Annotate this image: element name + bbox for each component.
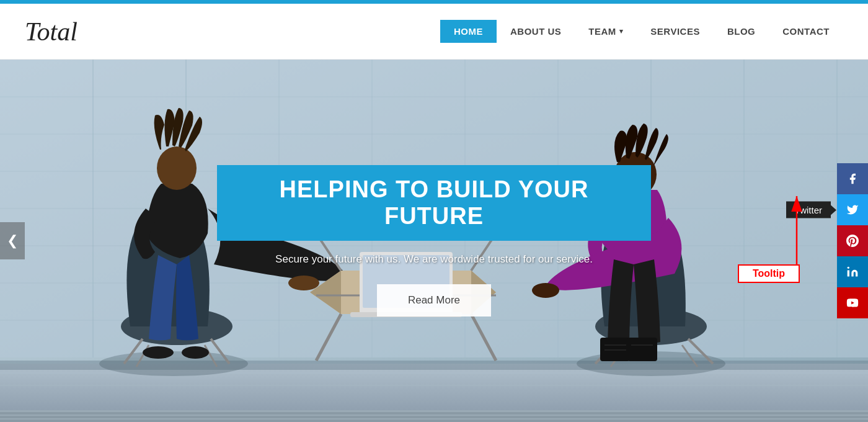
svg-point-30 (143, 346, 174, 359)
linkedin-button[interactable] (837, 256, 868, 287)
annotation-arrow-svg (766, 184, 803, 264)
svg-rect-54 (0, 412, 868, 415)
nav-item-services[interactable]: SERVICES (637, 20, 714, 43)
main-nav: HOME ABOUT US TEAM ▾ SERVICES BLOG CONTA… (440, 20, 843, 43)
nav-item-blog[interactable]: BLOG (714, 20, 769, 43)
tooltip-arrow-icon (831, 205, 836, 215)
youtube-button[interactable] (837, 287, 868, 318)
youtube-icon (846, 297, 859, 309)
hero-subtitle: Secure your future with us. We are wordw… (217, 253, 651, 266)
facebook-icon (846, 173, 859, 185)
hero-title: HELPING TO BUILD YOUR FUTURE (236, 176, 632, 230)
header: Total HOME ABOUT US TEAM ▾ SERVICES BLOG… (0, 4, 868, 60)
svg-rect-56 (0, 420, 868, 422)
svg-point-31 (182, 346, 209, 359)
nav-item-about[interactable]: ABOUT US (497, 20, 575, 43)
pinterest-icon (846, 235, 859, 247)
svg-point-28 (157, 146, 197, 190)
hero-title-box: HELPING TO BUILD YOUR FUTURE (217, 165, 651, 241)
nav-item-home[interactable]: HOME (440, 20, 497, 43)
social-sidebar: Twitter (837, 163, 868, 318)
chevron-down-icon: ▾ (619, 27, 624, 35)
twitter-button[interactable] (837, 194, 868, 225)
hero-content: HELPING TO BUILD YOUR FUTURE Secure your… (217, 165, 651, 316)
twitter-wrapper: Twitter (837, 194, 868, 225)
left-arrow-icon: ❮ (7, 233, 18, 249)
read-more-button[interactable]: Read More (377, 284, 491, 316)
prev-slide-button[interactable]: ❮ (0, 222, 25, 259)
logo[interactable]: Total (25, 17, 78, 47)
tooltip-annotation-box: Tooltip (738, 264, 800, 283)
hero-section: HELPING TO BUILD YOUR FUTURE Secure your… (0, 60, 868, 422)
svg-point-57 (848, 267, 849, 269)
svg-rect-55 (0, 416, 868, 418)
nav-item-team[interactable]: TEAM ▾ (575, 20, 637, 43)
pinterest-button[interactable] (837, 225, 868, 256)
facebook-button[interactable] (837, 163, 868, 194)
nav-item-contact[interactable]: CONTACT (769, 20, 843, 43)
tooltip-annotation-group: Tooltip (738, 264, 800, 283)
twitter-icon (846, 204, 859, 216)
svg-point-22 (99, 351, 248, 376)
svg-rect-48 (600, 338, 630, 361)
svg-rect-49 (627, 338, 657, 361)
linkedin-icon (846, 266, 859, 278)
